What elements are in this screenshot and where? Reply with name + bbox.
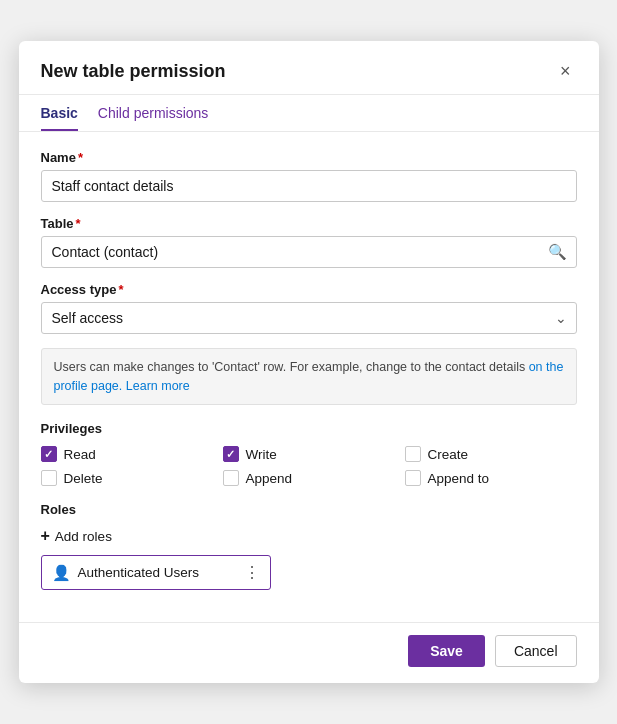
checkbox-append[interactable] — [223, 470, 239, 486]
tab-child-permissions[interactable]: Child permissions — [98, 95, 208, 131]
privilege-append: Append — [223, 470, 395, 486]
users-icon: 👤 — [52, 564, 71, 582]
privilege-delete-label: Delete — [64, 471, 103, 486]
access-type-required: * — [118, 282, 123, 297]
table-required: * — [76, 216, 81, 231]
access-type-select[interactable]: Self access Global access Contact access… — [41, 302, 577, 334]
modal-body: Name* Table* 🔍 Access type* — [19, 132, 599, 623]
modal-header: New table permission × — [19, 41, 599, 95]
table-label: Table* — [41, 216, 577, 231]
info-text: Users can make changes to 'Contact' row.… — [54, 360, 526, 374]
role-chip-authenticated-users: 👤 Authenticated Users ⋮ — [41, 555, 271, 590]
table-search-wrapper: 🔍 — [41, 236, 577, 268]
new-table-permission-modal: New table permission × Basic Child permi… — [19, 41, 599, 684]
table-input[interactable] — [41, 236, 577, 268]
roles-section: Roles + Add roles 👤 Authenticated Users … — [41, 502, 577, 590]
privilege-create-label: Create — [428, 447, 469, 462]
access-type-field-group: Access type* Self access Global access C… — [41, 282, 577, 334]
name-field-group: Name* — [41, 150, 577, 202]
privilege-create: Create — [405, 446, 577, 462]
checkbox-write[interactable] — [223, 446, 239, 462]
add-roles-button[interactable]: + Add roles — [41, 527, 112, 545]
roles-label: Roles — [41, 502, 577, 517]
role-chip-label: Authenticated Users — [78, 565, 200, 580]
checkbox-delete[interactable] — [41, 470, 57, 486]
save-button[interactable]: Save — [408, 635, 485, 667]
privilege-append-label: Append — [246, 471, 293, 486]
checkbox-create[interactable] — [405, 446, 421, 462]
privileges-grid: Read Write Create Delete — [41, 446, 577, 486]
learn-more-link[interactable]: Learn more — [126, 379, 190, 393]
access-type-label: Access type* — [41, 282, 577, 297]
privileges-section: Privileges Read Write Create — [41, 421, 577, 486]
checkbox-append-to[interactable] — [405, 470, 421, 486]
privilege-delete: Delete — [41, 470, 213, 486]
role-menu-button[interactable]: ⋮ — [244, 563, 260, 582]
tab-basic[interactable]: Basic — [41, 95, 78, 131]
modal-title: New table permission — [41, 61, 226, 82]
privilege-read: Read — [41, 446, 213, 462]
close-button[interactable]: × — [554, 59, 577, 84]
table-field-group: Table* 🔍 — [41, 216, 577, 268]
role-chip-content: 👤 Authenticated Users — [52, 564, 200, 582]
cancel-button[interactable]: Cancel — [495, 635, 577, 667]
privilege-read-label: Read — [64, 447, 96, 462]
plus-icon: + — [41, 527, 50, 545]
name-required: * — [78, 150, 83, 165]
privilege-write-label: Write — [246, 447, 277, 462]
tab-bar: Basic Child permissions — [19, 95, 599, 132]
privilege-write: Write — [223, 446, 395, 462]
name-input[interactable] — [41, 170, 577, 202]
privileges-label: Privileges — [41, 421, 577, 436]
name-label: Name* — [41, 150, 577, 165]
modal-footer: Save Cancel — [19, 622, 599, 683]
access-type-select-wrapper: Self access Global access Contact access… — [41, 302, 577, 334]
privilege-append-to-label: Append to — [428, 471, 490, 486]
privilege-append-to: Append to — [405, 470, 577, 486]
info-box: Users can make changes to 'Contact' row.… — [41, 348, 577, 406]
add-roles-label: Add roles — [55, 529, 112, 544]
checkbox-read[interactable] — [41, 446, 57, 462]
